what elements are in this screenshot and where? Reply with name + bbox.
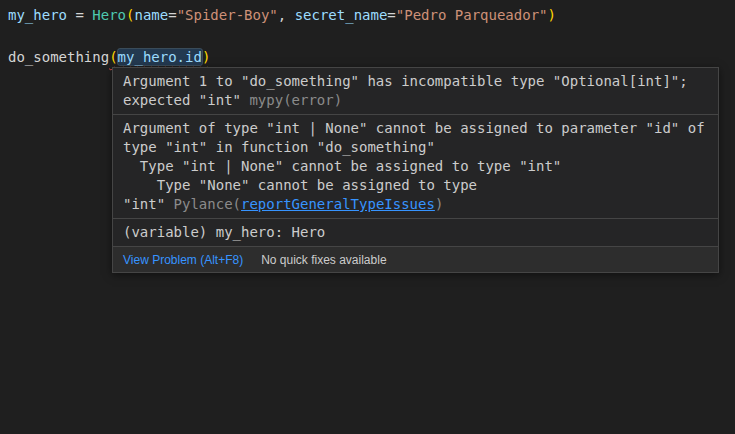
token-hero-class: Hero	[92, 7, 126, 23]
code-area[interactable]: my_hero = Hero(name="Spider-Boy", secret…	[0, 0, 735, 68]
token-secret-name-param: secret_name	[295, 7, 388, 23]
code-editor: my_hero = Hero(name="Spider-Boy", secret…	[0, 0, 735, 434]
token-equals: =	[168, 7, 176, 23]
hover-section-pylance: Argument of type "int | None" cannot be …	[113, 115, 718, 219]
hover-statusbar: View Problem (Alt+F8) No quick fixes ava…	[113, 247, 718, 272]
token-do-something: do_something	[8, 49, 109, 65]
view-problem-link[interactable]: View Problem (Alt+F8)	[123, 253, 243, 267]
token-equals: =	[387, 7, 395, 23]
report-general-type-issues-link[interactable]: reportGeneralTypeIssues	[241, 196, 435, 212]
token-open-paren: (	[109, 49, 117, 65]
hovered-symbol-my-hero-id[interactable]: my_hero.id	[118, 49, 202, 65]
pylance-message-line-3: Type "int | None" cannot be assigned to …	[123, 157, 708, 176]
pylance-message-line-2: type "int" in function "do_something"	[123, 138, 708, 157]
mypy-message-line-2-text: expected "int"	[123, 92, 249, 108]
token-close-paren: )	[548, 7, 556, 23]
token-my-hero: my_hero	[8, 7, 67, 23]
code-line-3[interactable]: do_something(my_hero.id)	[8, 47, 735, 68]
hover-tooltip: Argument 1 to "do_something" has incompa…	[112, 67, 719, 273]
hover-section-mypy: Argument 1 to "do_something" has incompa…	[113, 68, 718, 115]
token-name-param: name	[134, 7, 168, 23]
token-string-pedro: "Pedro Parqueador"	[396, 7, 548, 23]
pylance-message-line-1: Argument of type "int | None" cannot be …	[123, 119, 708, 138]
code-line-1[interactable]: my_hero = Hero(name="Spider-Boy", secret…	[8, 5, 735, 26]
pylance-source-close: )	[435, 196, 443, 212]
no-quick-fixes-label: No quick fixes available	[261, 253, 386, 267]
code-line-2-blank[interactable]	[8, 26, 735, 47]
pylance-message-line-4: Type "None" cannot be assigned to type	[123, 176, 708, 195]
variable-info-text: (variable) my_hero: Hero	[123, 223, 708, 242]
mypy-message-line-1: Argument 1 to "do_something" has incompa…	[123, 72, 708, 91]
token-assign: =	[67, 7, 92, 23]
token-comma: ,	[278, 7, 295, 23]
token-string-spider-boy: "Spider-Boy"	[177, 7, 278, 23]
mypy-source-label: mypy(error)	[249, 92, 342, 108]
pylance-message-line-5: "int" Pylance(reportGeneralTypeIssues)	[123, 195, 708, 214]
pylance-source-label: Pylance(	[174, 196, 241, 212]
pylance-message-line-5-text: "int"	[123, 196, 174, 212]
mypy-message-line-2: expected "int" mypy(error)	[123, 91, 708, 110]
token-close-paren: )	[202, 49, 210, 65]
hover-section-variable: (variable) my_hero: Hero	[113, 219, 718, 247]
